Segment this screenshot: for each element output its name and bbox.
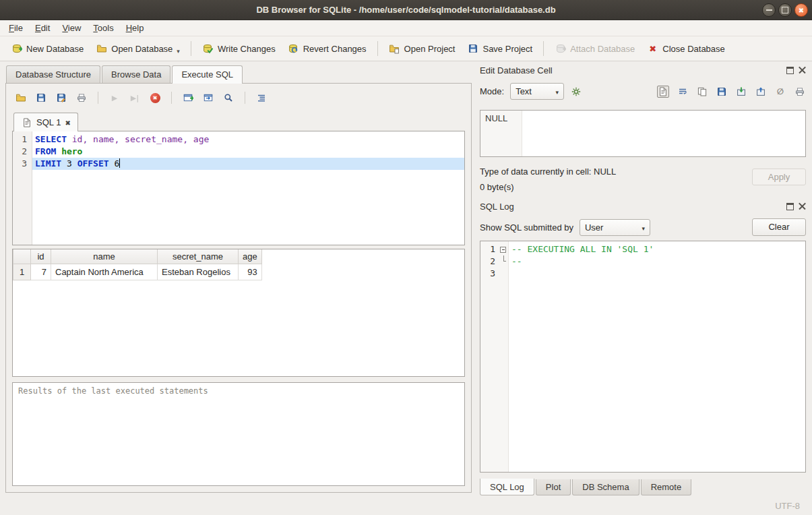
apply-button[interactable]: Apply — [752, 169, 806, 185]
export-cell-icon[interactable] — [755, 86, 767, 98]
results-message-box[interactable]: Results of the last executed statements — [12, 382, 465, 486]
find-replace-icon[interactable] — [222, 92, 235, 104]
set-null-icon[interactable]: ∅ — [774, 86, 786, 98]
close-database-button[interactable]: ✖Close Database — [642, 40, 730, 58]
mode-value: Text — [516, 86, 532, 96]
log-line-number: 1 — [480, 243, 495, 255]
dock-tab-bar: SQL LogPlotDB SchemaRemote — [480, 479, 806, 497]
menu-tools[interactable]: Tools — [87, 20, 119, 36]
sql-editor-tab[interactable]: SQL 1 — [13, 113, 78, 131]
print-cell-icon[interactable] — [794, 86, 806, 98]
dropdown-arrow-icon[interactable]: ▾ — [177, 48, 180, 55]
cell-editor-column: NULL — [480, 111, 522, 156]
open-sql-file-icon[interactable] — [15, 92, 27, 104]
menu-file[interactable]: File — [3, 20, 29, 36]
dock-tab-db-schema[interactable]: DB Schema — [572, 479, 639, 495]
close-panel-icon[interactable] — [799, 67, 806, 74]
editor-gutter: 123 — [13, 131, 32, 245]
open-database-button[interactable]: Open Database▾ — [90, 40, 185, 58]
save-cell-icon[interactable] — [716, 86, 728, 98]
sql-editor[interactable]: 123 SELECT id, name, secret_name, ageFRO… — [12, 131, 465, 245]
close-panel-icon[interactable] — [799, 203, 806, 210]
mode-select[interactable]: Text — [510, 83, 564, 100]
window-title: DB Browser for SQLite - /home/user/code/… — [0, 5, 812, 15]
toolbar-separator — [191, 41, 191, 56]
execute-all-icon[interactable]: ▶ — [108, 92, 121, 104]
open-database-icon — [96, 43, 107, 55]
editor-line[interactable]: FROM hero — [32, 146, 464, 158]
open-query-new-tab-icon[interactable] — [182, 92, 194, 104]
save-sql-as-icon[interactable] — [55, 92, 67, 104]
print-sql-icon[interactable] — [75, 92, 88, 104]
execute-current-line-icon[interactable]: ▶| — [129, 92, 141, 104]
stop-execution-icon[interactable]: ✖ — [149, 92, 161, 104]
grid-cell[interactable]: Captain North America — [51, 264, 158, 280]
edit-cell-title: Edit Database Cell — [480, 65, 782, 75]
fold-marker-icon[interactable] — [500, 247, 506, 253]
maximize-button[interactable] — [778, 3, 792, 17]
format-sql-icon[interactable] — [255, 92, 268, 104]
log-filter-select[interactable]: User — [580, 219, 650, 236]
column-header-id[interactable]: id — [31, 249, 51, 264]
clear-log-button[interactable]: Clear — [752, 218, 806, 236]
cell-mode-row: Mode: Text ∅ — [480, 83, 806, 100]
toolbar-separator — [245, 92, 245, 104]
left-pane: Database StructureBrowse DataExecute SQL… — [0, 61, 476, 497]
log-controls: Show SQL submitted by User Clear — [480, 218, 806, 236]
log-filter-label: Show SQL submitted by — [480, 222, 573, 233]
copy-cell-icon[interactable] — [696, 86, 708, 98]
sql-editor-tab-bar: SQL 1 — [12, 109, 465, 131]
editor-line[interactable]: SELECT id, name, secret_name, age — [32, 133, 464, 146]
column-header-secret-name[interactable]: secret_name — [158, 249, 239, 264]
grid-cell[interactable]: Esteban Rogelios — [158, 264, 239, 280]
text-view-icon[interactable] — [657, 86, 669, 98]
results-grid[interactable]: idnamesecret_nameage17Captain North Amer… — [12, 249, 465, 377]
edit-cell-header: Edit Database Cell — [480, 64, 806, 76]
save-project-button[interactable]: Save Project — [462, 40, 538, 58]
column-header-name[interactable]: name — [51, 249, 158, 264]
tab-browse-data[interactable]: Browse Data — [102, 65, 170, 83]
new-database-button[interactable]: New Database — [5, 40, 89, 58]
cell-editor-area[interactable] — [522, 111, 805, 156]
column-header-age[interactable]: age — [239, 249, 262, 264]
save-sql-file-icon[interactable] — [35, 92, 47, 104]
attach-database-button[interactable]: Attach Database — [549, 40, 640, 58]
titlebar[interactable]: DB Browser for SQLite - /home/user/code/… — [0, 0, 812, 20]
dock-tab-sql-log[interactable]: SQL Log — [480, 479, 534, 495]
cell-value: NULL — [485, 113, 507, 123]
cell-info: Type of data currently in cell: NULL 0 b… — [480, 166, 806, 199]
dock-tab-plot[interactable]: Plot — [536, 479, 571, 495]
grid-cell[interactable]: 93 — [239, 264, 262, 280]
minimize-button[interactable] — [762, 3, 776, 17]
editor-line[interactable]: LIMIT 3 OFFSET 6 — [32, 158, 464, 170]
new-database-icon — [11, 43, 22, 55]
open-project-button[interactable]: Open Project — [383, 40, 461, 58]
dock-tab-remote[interactable]: Remote — [641, 479, 692, 495]
log-line — [509, 268, 805, 280]
grid-corner[interactable] — [13, 249, 31, 264]
gear-icon[interactable] — [570, 86, 582, 98]
write-changes-button[interactable]: Write Changes — [197, 40, 281, 58]
editor-code[interactable]: SELECT id, name, secret_name, ageFROM he… — [32, 131, 464, 245]
cell-editor[interactable]: NULL — [480, 110, 806, 157]
import-cell-icon[interactable] — [735, 86, 747, 98]
float-panel-icon[interactable] — [786, 203, 794, 210]
sql-log-view[interactable]: 123 -- EXECUTING ALL IN 'SQL 1'-- — [480, 241, 806, 473]
close-button[interactable] — [794, 3, 808, 17]
float-panel-icon[interactable] — [786, 67, 794, 74]
chevron-down-icon — [642, 222, 645, 233]
word-wrap-icon[interactable] — [677, 86, 689, 98]
menu-edit[interactable]: Edit — [29, 20, 56, 36]
close-tab-icon[interactable] — [65, 117, 70, 127]
row-header[interactable]: 1 — [13, 264, 31, 280]
open-in-tab-icon[interactable] — [202, 92, 214, 104]
revert-changes-button[interactable]: Revert Changes — [282, 40, 372, 58]
tab-execute-sql[interactable]: Execute SQL — [172, 65, 243, 84]
menu-help[interactable]: Help — [120, 20, 150, 36]
log-line: -- EXECUTING ALL IN 'SQL 1' — [509, 243, 805, 255]
menu-view[interactable]: View — [56, 20, 87, 36]
tab-database-structure[interactable]: Database Structure — [6, 65, 100, 83]
grid-cell[interactable]: 7 — [31, 264, 51, 280]
save-project-label: Save Project — [482, 44, 532, 54]
window-controls — [762, 3, 808, 17]
